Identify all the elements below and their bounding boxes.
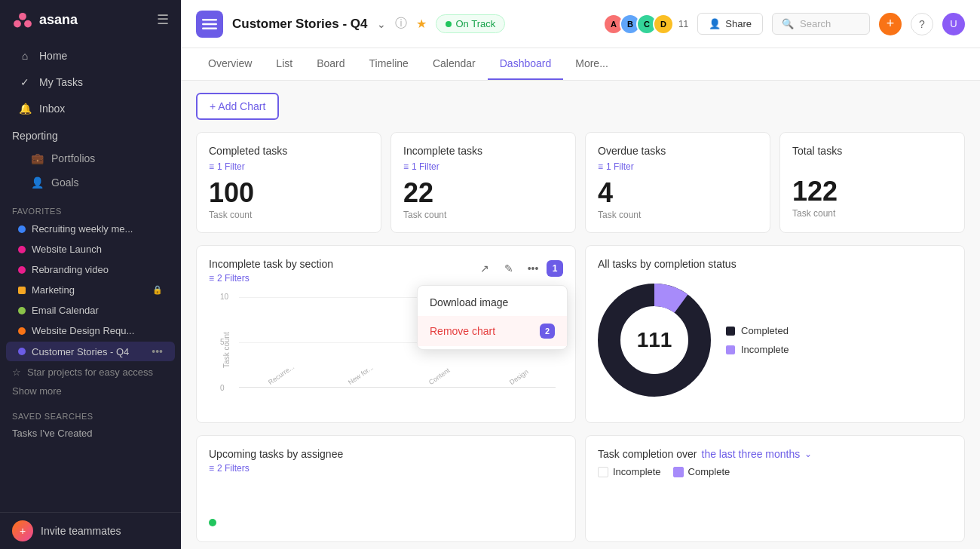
- sidebar-item-marketing[interactable]: Marketing 🔒: [6, 281, 175, 299]
- sidebar: asana ☰ ⌂ Home ✓ My Tasks 🔔 Inbox Report…: [0, 0, 181, 549]
- tab-timeline[interactable]: Timeline: [357, 48, 421, 80]
- chevron-down-icon[interactable]: ⌄: [804, 449, 812, 459]
- sidebar-item-my-tasks[interactable]: ✓ My Tasks: [6, 69, 175, 95]
- stat-number-total: 122: [792, 178, 952, 205]
- avatar: D: [653, 14, 674, 35]
- expand-button[interactable]: ↗: [474, 258, 495, 279]
- user-avatar[interactable]: U: [942, 13, 965, 35]
- edit-button[interactable]: ✎: [498, 258, 519, 279]
- dropdown-menu: Download image Remove chart 2: [417, 285, 568, 350]
- completion-legend: Incomplete Complete: [598, 466, 952, 477]
- sidebar-reporting-header: Reporting: [0, 125, 181, 146]
- remove-label: Remove chart: [430, 325, 495, 337]
- search-box[interactable]: 🔍 Search: [772, 13, 870, 35]
- tab-list[interactable]: List: [264, 48, 305, 80]
- bar-chart-filter[interactable]: ≡ 2 Filters: [209, 273, 333, 284]
- svg-rect-3: [202, 19, 217, 21]
- bar-group: Recurre...: [247, 373, 312, 388]
- bar-label: New for...: [347, 363, 375, 386]
- star-projects[interactable]: ☆ Star projects for easy access: [0, 362, 181, 382]
- upcoming-chart-preview: [209, 492, 563, 529]
- sidebar-item-home[interactable]: ⌂ Home: [6, 43, 175, 69]
- search-placeholder: Search: [800, 18, 831, 29]
- star-icon: ☆: [12, 367, 21, 378]
- sidebar-mytasks-label: My Tasks: [39, 76, 83, 88]
- bottom-row: Upcoming tasks by assignee ≡ 2 Filters T…: [196, 435, 965, 542]
- stat-label-total: Task count: [792, 208, 952, 219]
- stat-filter-label: 1 Filter: [606, 161, 634, 172]
- show-more[interactable]: Show more: [0, 382, 181, 400]
- avatar-count: 11: [678, 19, 688, 29]
- tab-dashboard[interactable]: Dashboard: [488, 48, 564, 80]
- dropdown-item-download[interactable]: Download image: [418, 289, 567, 316]
- tab-board[interactable]: Board: [305, 48, 357, 80]
- tab-more[interactable]: More...: [563, 48, 620, 80]
- project-icon: [196, 11, 223, 38]
- filter-icon: ≡: [209, 161, 214, 172]
- sidebar-item-website-launch[interactable]: Website Launch: [6, 240, 175, 259]
- star-icon[interactable]: ★: [416, 17, 427, 31]
- user-icon: 👤: [30, 176, 44, 189]
- info-icon[interactable]: ⓘ: [395, 16, 407, 32]
- chevron-down-icon[interactable]: ⌄: [377, 18, 386, 30]
- hamburger-icon[interactable]: ☰: [157, 11, 169, 28]
- sidebar-item-rebranding[interactable]: Rebranding video: [6, 260, 175, 279]
- invite-teammates[interactable]: + Invite teammates: [0, 512, 181, 549]
- stat-filter-completed[interactable]: ≡ 1 Filter: [209, 161, 369, 172]
- stat-filter-incomplete[interactable]: ≡ 1 Filter: [403, 161, 563, 172]
- chart-num-badge: 1: [547, 260, 563, 277]
- upcoming-filter[interactable]: ≡ 2 Filters: [209, 463, 563, 474]
- stat-title-incomplete: Incomplete tasks: [403, 145, 563, 157]
- task-completion-card: Task completion over the last three mont…: [585, 435, 965, 542]
- sidebar-item-email-calendar[interactable]: Email Calendar: [6, 301, 175, 320]
- sidebar-item-goals[interactable]: 👤 Goals: [6, 171, 175, 194]
- show-more-label: Show more: [12, 385, 62, 397]
- legend-item-completed: Completed: [726, 325, 789, 336]
- more-dots-icon[interactable]: •••: [152, 345, 163, 357]
- stat-label-completed: Task count: [209, 210, 369, 220]
- donut-chart-card: All tasks by completion status 111: [585, 245, 965, 423]
- on-track-dot: [446, 21, 452, 27]
- sidebar-nav: ⌂ Home ✓ My Tasks 🔔 Inbox: [0, 39, 181, 125]
- tab-calendar[interactable]: Calendar: [421, 48, 488, 80]
- legend-dot-incomplete: [726, 345, 735, 354]
- sidebar-item-inbox[interactable]: 🔔 Inbox: [6, 96, 175, 121]
- legend-label-incomplete: Incomplete: [741, 344, 789, 355]
- help-button[interactable]: ?: [911, 13, 933, 35]
- charts-row: Incomplete task by section ≡ 2 Filters ↗…: [196, 245, 965, 423]
- legend-label: Incomplete: [613, 466, 661, 477]
- sidebar-item-recruiting[interactable]: Recruiting weekly me...: [6, 219, 175, 238]
- bar-label: Recurre...: [267, 363, 296, 386]
- saved-search-tasks-created[interactable]: Tasks I've Created: [0, 424, 181, 443]
- nav-tabs: Overview List Board Timeline Calendar Da…: [181, 48, 980, 81]
- sidebar-item-portfolios[interactable]: 💼 Portfolios: [6, 147, 175, 170]
- dropdown-item-remove[interactable]: Remove chart 2: [418, 316, 567, 346]
- project-dot: [18, 348, 26, 355]
- sidebar-home-label: Home: [39, 50, 67, 62]
- more-button[interactable]: •••: [522, 258, 544, 279]
- sidebar-item-website-design[interactable]: Website Design Requ...: [6, 321, 175, 340]
- svg-rect-4: [202, 23, 217, 25]
- donut-chart-header: All tasks by completion status: [598, 258, 952, 270]
- add-button[interactable]: +: [879, 13, 902, 35]
- stat-label-incomplete: Task count: [403, 210, 563, 220]
- legend-box-incomplete: [598, 467, 608, 477]
- stat-filter-overdue[interactable]: ≡ 1 Filter: [598, 161, 758, 172]
- add-chart-button[interactable]: + Add Chart: [196, 93, 279, 120]
- check-circle-icon: ✓: [18, 75, 32, 89]
- share-button[interactable]: 👤 Share: [697, 13, 763, 35]
- tab-overview[interactable]: Overview: [196, 48, 264, 80]
- legend-item-complete: Complete: [673, 466, 730, 477]
- stat-number-completed: 100: [209, 179, 369, 207]
- sidebar-item-customer-stories[interactable]: Customer Stories - Q4 •••: [6, 342, 175, 361]
- invite-label: Invite teammates: [41, 525, 121, 537]
- bar-chart-card: Incomplete task by section ≡ 2 Filters ↗…: [196, 245, 576, 423]
- stat-filter-label: 1 Filter: [412, 161, 439, 172]
- bar-label: Content: [427, 367, 452, 386]
- legend-dot-completed: [726, 327, 735, 336]
- completion-period[interactable]: the last three months: [702, 448, 801, 460]
- dashboard-content: + Add Chart Completed tasks ≡ 1 Filter 1…: [181, 81, 980, 549]
- on-track-label: On Track: [456, 18, 496, 29]
- sidebar-item-label: Rebranding video: [32, 264, 163, 275]
- favorites-section-title: Favorites: [0, 201, 181, 219]
